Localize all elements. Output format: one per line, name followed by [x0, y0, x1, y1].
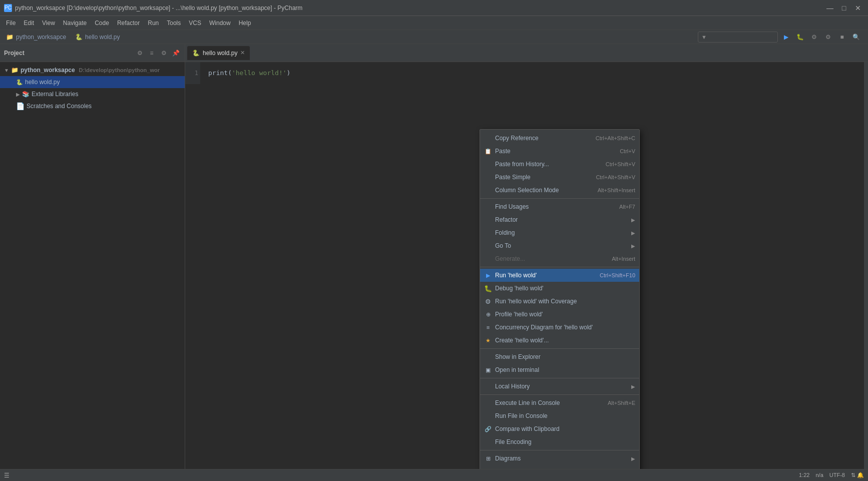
status-right: 1:22 n/a UTF-8 ⇅ 🔔 [799, 472, 864, 478]
run-config-text: ▼ [701, 34, 707, 40]
ctx-create-hello-wold-label: Create 'hello wold'... [495, 337, 635, 344]
minimize-button[interactable]: — [824, 2, 836, 14]
local-history-icon [484, 382, 492, 390]
ctx-folding[interactable]: Folding ▶ [480, 226, 639, 239]
run-file-icon [484, 412, 492, 420]
run-config-selector[interactable]: ▼ [698, 32, 778, 43]
ctx-concurrency-diagram[interactable]: ≡ Concurrency Diagram for 'hello wold' [480, 321, 639, 334]
ctx-open-in-terminal[interactable]: ▣ Open in terminal [480, 363, 639, 376]
ctx-paste-from-history[interactable]: Paste from History... Ctrl+Shift+V [480, 158, 639, 171]
ctx-run-hello-wold[interactable]: ▶ Run 'hello wold' Ctrl+Shift+F10 [480, 269, 639, 282]
ctx-divider-2 [480, 267, 639, 267]
tree-file-hello-wold[interactable]: 🐍 hello wold.py [0, 76, 185, 88]
run-button[interactable]: ▶ [780, 32, 792, 43]
ctx-local-history[interactable]: Local History ▶ [480, 380, 639, 393]
paste-simple-icon [484, 173, 492, 181]
project-tab-label: python_worksapce [16, 34, 66, 41]
settings-button[interactable]: ⚙ [822, 32, 834, 43]
editor-tab-bar: 🐍 hello wold.py ✕ [185, 44, 868, 62]
ctx-paste-simple-shortcut: Ctrl+Alt+Shift+V [596, 174, 635, 180]
scroll-indicator[interactable] [864, 62, 868, 469]
ctx-refactor[interactable]: Refactor ▶ [480, 213, 639, 226]
editor-tab-label: hello wold.py [203, 50, 237, 57]
terminal-icon: ▣ [484, 366, 492, 374]
editor-tab-hello-wold[interactable]: 🐍 hello wold.py ✕ [187, 46, 250, 60]
ctx-find-usages[interactable]: Find Usages Alt+F7 [480, 200, 639, 213]
ctx-compare-with-clipboard-label: Compare with Clipboard [495, 425, 635, 432]
status-left-panel-toggle[interactable]: ☰ [4, 472, 10, 479]
tree-external-libraries[interactable]: ▶ 📚 External Libraries [0, 88, 185, 100]
maximize-button[interactable]: □ [838, 2, 850, 14]
local-history-arrow-icon: ▶ [631, 384, 635, 389]
debug-button[interactable]: 🐛 [794, 32, 806, 43]
close-button[interactable]: ✕ [852, 2, 864, 14]
ctx-go-to[interactable]: Go To ▶ [480, 239, 639, 252]
menu-navigate[interactable]: Navigate [59, 18, 91, 29]
ctx-profile-hello-wold[interactable]: ⊕ Profile 'hello wold' [480, 308, 639, 321]
editor-tab-close[interactable]: ✕ [240, 50, 245, 56]
menu-vcs[interactable]: VCS [185, 18, 205, 29]
ctx-paste-simple-label: Paste Simple [495, 174, 593, 181]
go-to-arrow-icon: ▶ [631, 243, 635, 249]
ctx-run-file-in-console-label: Run File in Console [495, 412, 635, 419]
menu-refactor[interactable]: Refactor [113, 18, 144, 29]
pin-icon[interactable]: 📌 [171, 48, 181, 58]
status-bar: ☰ 1:22 n/a UTF-8 ⇅ 🔔 [0, 469, 868, 481]
menu-file[interactable]: File [2, 18, 20, 29]
concurrency-icon: ≡ [484, 323, 492, 331]
stop-button[interactable]: ■ [836, 32, 848, 43]
ctx-run-file-in-console[interactable]: Run File in Console [480, 409, 639, 422]
ctx-paste-simple[interactable]: Paste Simple Ctrl+Alt+Shift+V [480, 171, 639, 184]
ctx-run-with-coverage[interactable]: ⚙ Run 'hello wold' with Coverage [480, 295, 639, 308]
sync-icon[interactable]: ⚙ [135, 48, 145, 58]
ctx-compare-with-clipboard[interactable]: 🔗 Compare with Clipboard [480, 422, 639, 435]
ctx-execute-line-label: Execute Line in Console [495, 399, 605, 406]
menu-window[interactable]: Window [205, 18, 235, 29]
ctx-go-to-label: Go To [495, 242, 628, 249]
editor-tab-icon: 🐍 [192, 50, 200, 57]
project-tab[interactable]: 📁 python_worksapce [2, 30, 70, 44]
ctx-generate-shortcut: Alt+Insert [612, 256, 635, 262]
ctx-copy-reference[interactable]: Copy Reference Ctrl+Alt+Shift+C [480, 132, 639, 145]
menu-help[interactable]: Help [235, 18, 255, 29]
file-label: hello wold.py [25, 79, 60, 86]
menu-code[interactable]: Code [91, 18, 113, 29]
ctx-show-in-explorer[interactable]: Show in Explorer [480, 350, 639, 363]
folding-arrow-icon: ▶ [631, 230, 635, 236]
ctx-create-gist[interactable]: ⊙ Create Gist... [480, 465, 639, 469]
editor-content[interactable]: print('hello world!') [185, 62, 868, 84]
ctx-column-selection[interactable]: Column Selection Mode Alt+Shift+Insert [480, 184, 639, 197]
title-bar: PC python_worksapce [D:\develop\python\p… [0, 0, 868, 16]
scratches-icon: 📄 [16, 102, 25, 110]
coverage-button[interactable]: ⚙ [808, 32, 820, 43]
ctx-divider-5 [480, 394, 639, 395]
tree-root[interactable]: ▼ 📁 python_worksapce D:\develop\python\p… [0, 64, 185, 76]
menu-view[interactable]: View [38, 18, 59, 29]
ctx-execute-line[interactable]: Execute Line in Console Alt+Shift+E [480, 396, 639, 409]
file-tab[interactable]: 🐍 hello wold.py [71, 30, 124, 44]
search-button[interactable]: 🔍 [850, 32, 862, 43]
ctx-file-encoding[interactable]: File Encoding [480, 435, 639, 448]
library-icon: 📚 [22, 91, 30, 98]
code-paren-open: ( [228, 69, 232, 77]
menu-edit[interactable]: Edit [20, 18, 38, 29]
settings-icon[interactable]: ⚙ [159, 48, 169, 58]
create-icon: ★ [484, 336, 492, 344]
menu-run[interactable]: Run [144, 18, 163, 29]
tree-scratches-consoles[interactable]: 📄 Scratches and Consoles [0, 100, 185, 112]
main-layout: Project ⚙ ≡ ⚙ 📌 ▼ 📁 python_worksapce D:\… [0, 44, 868, 469]
ctx-file-encoding-label: File Encoding [495, 438, 635, 445]
ctx-refactor-label: Refactor [495, 216, 628, 223]
ctx-generate: Generate... Alt+Insert [480, 252, 639, 265]
ctx-create-hello-wold[interactable]: ★ Create 'hello wold'... [480, 334, 639, 347]
project-panel: Project ⚙ ≡ ⚙ 📌 ▼ 📁 python_worksapce D:\… [0, 44, 185, 469]
ctx-diagrams-label: Diagrams [495, 455, 628, 462]
project-header-icons: ⚙ ≡ ⚙ 📌 [135, 48, 181, 58]
external-lib-label: External Libraries [32, 91, 78, 98]
ctx-debug-hello-wold[interactable]: 🐛 Debug 'hello wold' [480, 282, 639, 295]
collapse-icon[interactable]: ≡ [147, 48, 157, 58]
ctx-divider-3 [480, 348, 639, 349]
ctx-paste[interactable]: 📋 Paste Ctrl+V [480, 145, 639, 158]
ctx-diagrams[interactable]: ⊞ Diagrams ▶ [480, 452, 639, 465]
menu-tools[interactable]: Tools [163, 18, 185, 29]
